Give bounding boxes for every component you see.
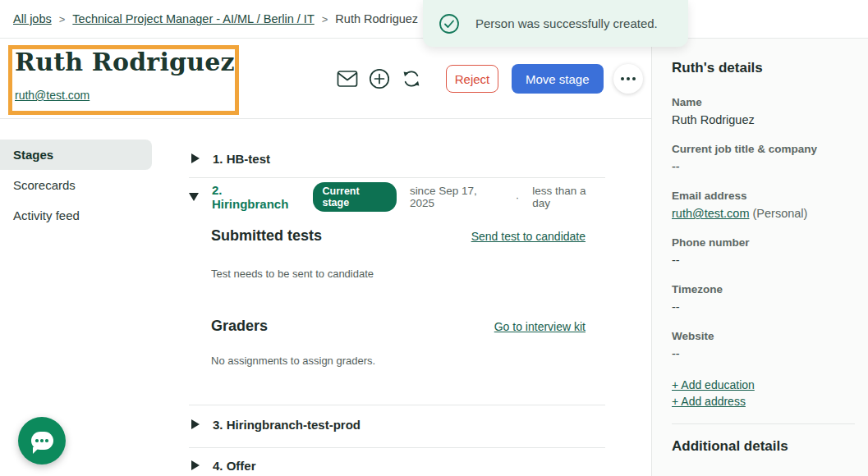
field-label-job-title: Current job title & company [672,143,855,155]
success-toast: Person was successfully created. [423,0,688,47]
add-candidate-icon [369,68,390,89]
stage-title: 4. Offer [213,459,256,473]
toast-message: Person was successfully created. [475,16,658,30]
current-stage-badge: Current stage [313,182,396,212]
submitted-tests-empty-text: Test needs to be sent to candidate [211,268,374,280]
chevron-down-icon [189,193,199,201]
stage-row-hb-test[interactable]: 1. HB-test [189,149,270,168]
candidate-profile-page: All jobs > Technical Project Manager - A… [0,0,868,476]
candidate-actions: Reject Move stage [337,39,643,119]
graders-header: Graders Go to interview kit [211,318,586,335]
chevron-right-icon [191,419,200,429]
breadcrumb-candidate: Ruth Rodriguez [335,12,418,25]
stages-list: 1. HB-test 2. Hiringbranch Current stage… [189,119,605,476]
candidate-email-link[interactable]: ruth@test.com [15,89,90,102]
submitted-tests-header: Submitted tests Send test to candidate [211,227,586,245]
field-label-phone: Phone number [672,236,855,249]
transfer-candidate-button[interactable] [401,68,422,89]
field-value-name: Ruth Rodriguez [672,113,855,126]
nav-item-activity-feed[interactable]: Activity feed [0,200,152,231]
graders-heading: Graders [211,318,268,335]
field-label-name: Name [672,96,855,108]
transfer-refresh-icon [401,68,422,89]
stage-duration: less than a day [532,185,605,209]
stage-row-offer[interactable]: 4. Offer [189,455,256,475]
stage-row-hiringbranch[interactable]: 2. Hiringbranch Current stage since Sep … [189,185,605,208]
go-to-interview-kit-link[interactable]: Go to interview kit [494,320,586,333]
field-value-phone: -- [672,254,855,267]
graders-empty-text: No assignments to assign graders. [211,355,375,367]
submitted-tests-heading: Submitted tests [211,227,322,245]
field-label-email: Email address [672,190,855,202]
mail-icon [337,70,358,88]
stage-title: 3. Hiringbranch-test-prod [213,418,361,432]
email-type-label: (Personal) [753,207,808,220]
nav-item-scorecards[interactable]: Scorecards [0,170,152,200]
stage-divider [189,177,605,178]
additional-details-heading: Additional details [672,438,855,455]
breadcrumb-separator: > [322,13,328,25]
check-circle-icon [439,13,460,34]
chevron-right-icon [191,153,200,163]
stage-title: 2. Hiringbranch [212,183,300,211]
field-value-email: ruth@test.com (Personal) [672,207,855,220]
stage-row-hiringbranch-test-prod[interactable]: 3. Hiringbranch-test-prod [189,414,361,434]
stage-since-date: since Sep 17, 2025 [410,185,503,209]
stage-divider [189,447,605,448]
chat-support-button[interactable] [18,417,66,465]
email-address-link[interactable]: ruth@test.com [672,207,750,220]
candidate-name: Ruth Rodriguez [15,48,235,76]
more-options-icon [621,77,636,80]
move-stage-button[interactable]: Move stage [512,64,604,94]
add-address-link[interactable]: + Add address [672,393,855,410]
add-candidate-button[interactable] [369,68,390,89]
send-test-link[interactable]: Send test to candidate [471,230,586,243]
field-value-website: -- [672,347,855,360]
breadcrumb-separator: > [59,13,66,25]
details-panel: Ruth's details Name Ruth Rodriguez Curre… [651,39,868,476]
chat-bubble-icon [31,432,53,450]
stage-title: 1. HB-test [213,152,270,166]
more-options-button[interactable] [613,64,643,94]
nav-item-stages[interactable]: Stages [0,140,152,170]
field-value-timezone: -- [672,300,855,314]
breadcrumb-all-jobs[interactable]: All jobs [13,12,52,25]
details-heading: Ruth's details [672,60,855,76]
details-divider [672,423,855,424]
candidate-header: Ruth Rodriguez ruth@test.com [0,39,652,119]
stage-meta-dot: · [516,191,520,204]
chevron-right-icon [191,460,200,470]
email-candidate-button[interactable] [337,68,358,89]
field-label-website: Website [672,330,855,342]
reject-button[interactable]: Reject [446,65,498,93]
add-education-link[interactable]: + Add education [672,377,855,393]
breadcrumb-job[interactable]: Technical Project Manager - AI/ML / Berl… [72,12,314,25]
field-label-timezone: Timezone [672,283,855,295]
stage-divider [189,405,605,405]
field-value-job-title: -- [672,160,855,173]
profile-nav: Stages Scorecards Activity feed [0,119,152,231]
